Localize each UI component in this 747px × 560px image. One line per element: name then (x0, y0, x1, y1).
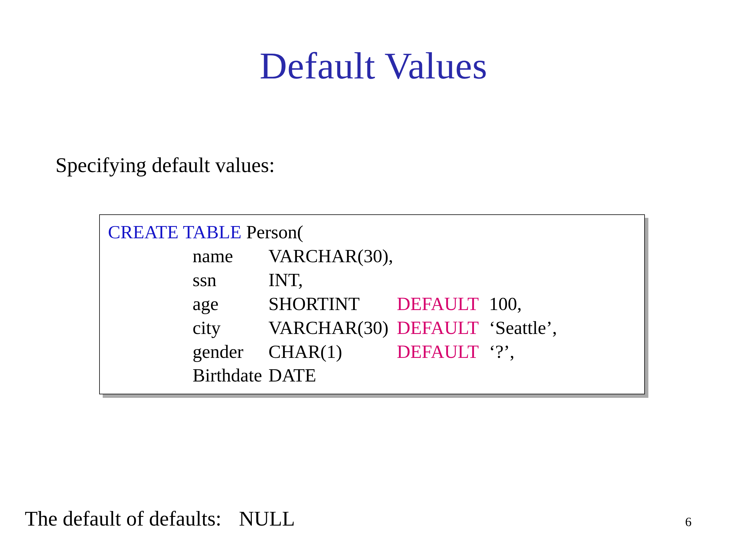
page-number: 6 (685, 514, 692, 529)
col-name: Birthdate (192, 364, 268, 387)
default-value: ‘?’, (484, 341, 514, 362)
col-name: gender (192, 340, 268, 364)
col-name: city (192, 316, 268, 340)
footer-value: NULL (239, 507, 295, 530)
subheading: Specifying default values: (55, 153, 275, 177)
table-name: Person( (241, 222, 304, 242)
code-line-ssn: ssnINT, (108, 268, 636, 292)
default-keyword: DEFAULT (397, 340, 484, 364)
code-line-city: cityVARCHAR(30)DEFAULT ‘Seattle’, (108, 316, 636, 340)
col-type: SHORTINT (268, 292, 397, 316)
col-type: INT, (268, 268, 397, 292)
default-value: 100, (484, 293, 522, 314)
default-value: ‘Seattle’, (484, 317, 557, 338)
col-type: DATE (268, 364, 397, 387)
col-name: age (192, 292, 268, 316)
footer-label: The default of defaults: (25, 507, 222, 530)
create-table-keyword: CREATE TABLE (108, 222, 241, 242)
col-name: ssn (192, 268, 268, 292)
col-type: VARCHAR(30), (268, 244, 397, 268)
code-line-birthdate: BirthdateDATE (108, 364, 636, 387)
default-keyword: DEFAULT (397, 292, 484, 316)
code-line-name: nameVARCHAR(30), (108, 244, 636, 268)
slide-title: Default Values (0, 44, 747, 87)
default-keyword: DEFAULT (397, 316, 484, 340)
code-line-create: CREATE TABLE Person( (108, 220, 636, 244)
col-type: CHAR(1) (268, 340, 397, 364)
footer-text: The default of defaults:NULL (25, 507, 295, 531)
code-box: CREATE TABLE Person( nameVARCHAR(30), ss… (99, 214, 645, 394)
col-type: VARCHAR(30) (268, 316, 397, 340)
code-line-age: ageSHORTINTDEFAULT 100, (108, 292, 636, 316)
col-name: name (192, 244, 268, 268)
slide: Default Values Specifying default values… (0, 0, 747, 560)
code-box-inner: CREATE TABLE Person( nameVARCHAR(30), ss… (99, 214, 645, 394)
code-line-gender: genderCHAR(1)DEFAULT ‘?’, (108, 340, 636, 364)
